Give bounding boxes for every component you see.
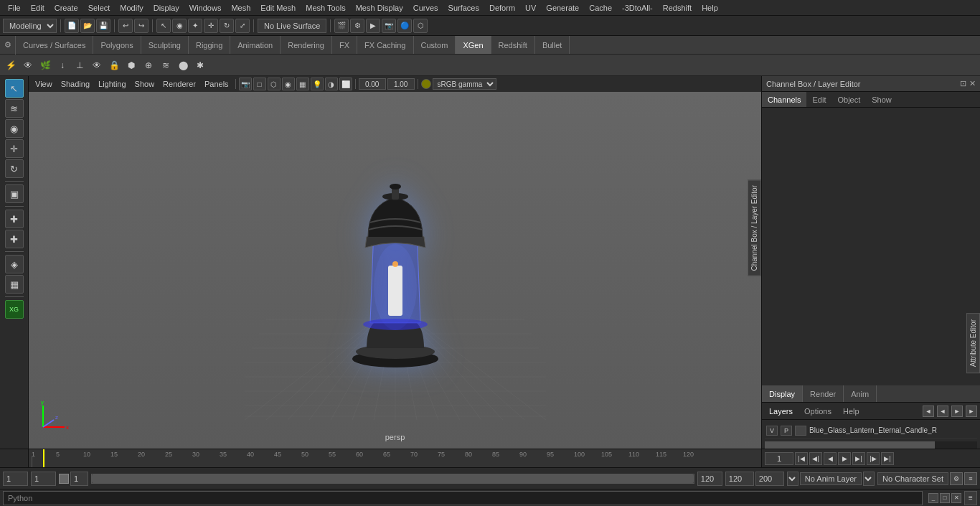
layer-vis-btn[interactable]: V xyxy=(766,426,778,436)
timeline-slider[interactable] xyxy=(91,474,694,484)
layer-type-btn[interactable]: P xyxy=(781,426,792,436)
layer-prev-btn[interactable]: ◄ xyxy=(937,406,948,417)
rotation-y-field[interactable]: 1.00 xyxy=(387,78,415,90)
vp-texture-icon[interactable]: ⬜ xyxy=(339,78,352,90)
shelf-icon-1[interactable]: ⚡ xyxy=(3,57,19,73)
soft-select-btn[interactable]: ◈ xyxy=(5,255,24,273)
new-file-btn[interactable]: 📄 xyxy=(65,19,79,33)
move-btn[interactable]: ✛ xyxy=(5,139,24,158)
channel-box-vtab[interactable]: Channel Box / Layer Editor xyxy=(748,180,761,276)
tab-curves-surfaces[interactable]: Curves / Surfaces xyxy=(16,36,93,54)
layer-color-btn[interactable] xyxy=(795,426,806,436)
color-space-select[interactable]: sRGB gamma xyxy=(433,78,496,90)
channel-box-close-expand[interactable]: ⊡ xyxy=(960,79,966,88)
shelf-icon-12[interactable]: ✱ xyxy=(192,57,208,73)
tab-rigging[interactable]: Rigging xyxy=(189,36,230,54)
render-settings-btn[interactable]: ⚙ xyxy=(350,19,364,33)
shelf-icon-8[interactable]: ⬢ xyxy=(123,57,139,73)
anim-layer-right-dropdown[interactable] xyxy=(863,472,875,486)
tab-channels[interactable]: Channels xyxy=(762,92,806,107)
select-tool-sidebar-btn[interactable]: ↖ xyxy=(5,79,24,98)
menu-surfaces[interactable]: Surfaces xyxy=(443,2,484,14)
minimize-btn[interactable]: _ xyxy=(928,493,938,503)
shelf-icon-5[interactable]: ⊥ xyxy=(72,57,88,73)
menu-3dtall[interactable]: -3DtoAll- xyxy=(617,2,658,14)
select-tool-btn[interactable]: ↖ xyxy=(156,19,171,33)
menu-generate[interactable]: Generate xyxy=(541,2,584,14)
dra-render[interactable]: Render xyxy=(803,385,844,402)
menu-redshift[interactable]: Redshift xyxy=(658,2,697,14)
step-fwd-btn[interactable]: |▶ xyxy=(867,452,880,465)
layers-options-tab[interactable]: Options xyxy=(800,406,836,417)
grid-btn[interactable]: ▦ xyxy=(5,275,24,294)
channel-box-close-btn[interactable]: ✕ xyxy=(969,79,976,88)
status-menu-btn[interactable]: ≡ xyxy=(964,491,977,505)
layers-layers-tab[interactable]: Layers xyxy=(765,406,797,417)
python-console[interactable]: Python xyxy=(3,491,923,505)
tab-show[interactable]: Show xyxy=(866,92,897,107)
menu-curves[interactable]: Curves xyxy=(408,2,443,14)
color-space-swatch[interactable] xyxy=(421,79,431,89)
vp-camera-icon[interactable]: 📷 xyxy=(239,78,252,90)
playback-end-field[interactable] xyxy=(725,472,754,486)
lasso-tool-btn[interactable]: ◉ xyxy=(172,19,187,33)
menu-windows[interactable]: Windows xyxy=(184,2,227,14)
menu-help[interactable]: Help xyxy=(697,2,723,14)
layer-next-btn[interactable]: ► xyxy=(951,406,963,417)
tab-bullet[interactable]: Bullet xyxy=(535,36,570,54)
vp-grid-icon[interactable]: ▦ xyxy=(296,78,309,90)
snapshot-btn[interactable]: 📷 xyxy=(382,19,396,33)
menu-edit-mesh[interactable]: Edit Mesh xyxy=(255,2,301,14)
no-character-set-btn[interactable]: No Character Set xyxy=(877,472,948,485)
timeline-playhead[interactable] xyxy=(43,449,44,467)
shelf-gear-icon[interactable]: ⚙ xyxy=(0,36,16,55)
tab-rendering[interactable]: Rendering xyxy=(281,36,332,54)
shelf-icon-6[interactable]: 👁 xyxy=(89,57,105,73)
menu-deform[interactable]: Deform xyxy=(484,2,520,14)
tab-object[interactable]: Object xyxy=(831,92,866,107)
range-slider-start[interactable] xyxy=(59,474,69,484)
shelf-icon-3[interactable]: 🌿 xyxy=(37,57,53,73)
snap-btn[interactable]: ✚ xyxy=(5,210,24,228)
tab-custom[interactable]: Custom xyxy=(414,36,456,54)
tab-polygons[interactable]: Polygons xyxy=(93,36,141,54)
play-start-btn[interactable]: |◀ xyxy=(795,452,808,465)
rotate-tool-btn[interactable]: ↻ xyxy=(220,19,234,33)
close-btn[interactable]: ✕ xyxy=(951,493,961,503)
menu-mesh[interactable]: Mesh xyxy=(226,2,255,14)
shelf-icon-4[interactable]: ↓ xyxy=(55,57,70,73)
step-back-btn[interactable]: ◀| xyxy=(809,452,822,465)
vp-display-icon[interactable]: □ xyxy=(253,78,266,90)
anim-end-field[interactable] xyxy=(755,472,784,486)
vp-smooth-icon[interactable]: ◉ xyxy=(282,78,295,90)
menu-file[interactable]: File xyxy=(3,2,26,14)
snap2-btn[interactable]: ✚ xyxy=(5,230,24,248)
mode-dropdown[interactable]: Modeling xyxy=(3,19,57,33)
menu-edit[interactable]: Edit xyxy=(26,2,50,14)
tab-sculpting[interactable]: Sculpting xyxy=(141,36,189,54)
shading-menu[interactable]: Shading xyxy=(57,78,93,90)
current-field[interactable] xyxy=(31,472,56,486)
dra-display[interactable]: Display xyxy=(762,385,803,402)
play-btn[interactable]: ▶ xyxy=(838,452,851,465)
menu-uv[interactable]: UV xyxy=(520,2,541,14)
tab-animation[interactable]: Animation xyxy=(230,36,281,54)
lighting-menu[interactable]: Lighting xyxy=(95,78,130,90)
paint-select-btn[interactable]: ≋ xyxy=(5,99,24,118)
char-set-extra-btn[interactable]: ≡ xyxy=(964,472,977,485)
menu-mesh-display[interactable]: Mesh Display xyxy=(351,2,408,14)
open-file-btn[interactable]: 📂 xyxy=(80,19,95,33)
tab-redshift[interactable]: Redshift xyxy=(491,36,535,54)
move-tool-btn[interactable]: ✛ xyxy=(204,19,218,33)
wireframe-btn[interactable]: ⬡ xyxy=(413,19,428,33)
layer-end-btn[interactable]: ► xyxy=(966,406,977,417)
show-menu[interactable]: Show xyxy=(131,78,159,90)
vp-shadow-icon[interactable]: ◑ xyxy=(325,78,338,90)
shelf-icon-2[interactable]: 👁 xyxy=(20,57,36,73)
no-live-surface-btn[interactable]: No Live Surface xyxy=(258,19,326,33)
layers-help-tab[interactable]: Help xyxy=(839,406,864,417)
ipr-render-btn[interactable]: ▶ xyxy=(366,19,380,33)
play-end-btn[interactable]: ▶| xyxy=(881,452,894,465)
shelf-icon-10[interactable]: ≋ xyxy=(158,57,174,73)
dra-anim[interactable]: Anim xyxy=(844,385,877,402)
